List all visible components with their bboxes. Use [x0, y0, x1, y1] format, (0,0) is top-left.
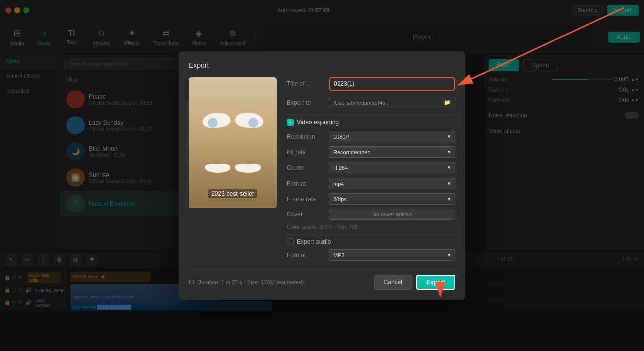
- frame-rate-label: Frame rate: [287, 196, 325, 203]
- export-path-text: /Users/bytedance/Mo...: [333, 100, 390, 106]
- format-value: mp4: [333, 181, 344, 187]
- title-label: Title of ...: [287, 80, 325, 87]
- title-row: Title of ...: [287, 77, 455, 91]
- format-label: Format: [287, 180, 325, 187]
- chevron-down-icon: ▾: [448, 180, 451, 187]
- codec-value: H.264: [333, 165, 348, 171]
- video-exporting-label: Video exporting: [297, 119, 339, 126]
- audio-format-row: Format MP3 ▾: [287, 249, 455, 261]
- resolution-label: Resolution: [287, 133, 325, 140]
- footer-info: 🎞 Duration: 1 m 27 s | Size: 176M (estim…: [189, 279, 304, 285]
- export-dialog: Export: [179, 51, 465, 300]
- format-select[interactable]: mp4 ▾: [329, 178, 455, 189]
- film-icon: 🎞: [189, 279, 194, 285]
- bitrate-value: Recommended: [333, 149, 371, 155]
- cover-row: Cover No cover added: [287, 209, 455, 220]
- audio-format-select[interactable]: MP3 ▾: [329, 249, 455, 261]
- duration-info: Duration: 1 m 27 s | Size: 176M (estimat…: [197, 279, 304, 285]
- resolution-select[interactable]: 1080P ▾: [329, 131, 455, 142]
- cover-label: Cover: [287, 211, 325, 218]
- codec-row: Codec H.264 ▾: [287, 162, 455, 173]
- bitrate-row: Bit rate Recommended ▾: [287, 146, 455, 158]
- bitrate-label: Bit rate: [287, 149, 325, 156]
- export-to-label: Export to: [287, 99, 325, 106]
- cancel-button[interactable]: Cancel: [374, 275, 412, 290]
- codec-label: Codec: [287, 164, 325, 171]
- color-space: Color space: SDR – Rec.709: [287, 224, 455, 230]
- bitrate-select[interactable]: Recommended ▾: [329, 146, 455, 158]
- chevron-down-icon: ▾: [448, 164, 451, 171]
- chevron-down-icon: ▾: [448, 133, 451, 140]
- audio-format-value: MP3: [333, 252, 345, 258]
- form-divider-1: [287, 114, 455, 115]
- export-audio-row: Export audio: [287, 238, 455, 245]
- preview-image: 2023 best seller: [189, 77, 277, 208]
- format-row: Format mp4 ▾: [287, 178, 455, 189]
- footer-buttons: Cancel Export: [374, 275, 455, 290]
- export-path[interactable]: /Users/bytedance/Mo... 📁: [329, 97, 455, 108]
- preview-caption: 2023 best seller: [208, 189, 257, 198]
- export-dialog-overlay: Export: [0, 0, 644, 351]
- frame-rate-row: Frame rate 30fps ▾: [287, 193, 455, 205]
- chevron-down-icon: ▾: [448, 196, 451, 202]
- preview-area: 2023 best seller: [189, 77, 277, 261]
- codec-select[interactable]: H.264 ▾: [329, 162, 455, 173]
- resolution-row: Resolution 1080P ▾: [287, 131, 455, 142]
- frame-rate-value: 30fps: [333, 196, 347, 202]
- video-exporting-row: ✓ Video exporting: [287, 119, 455, 126]
- title-input[interactable]: [329, 77, 455, 91]
- dialog-body: 2023 best seller Title of ... Export to …: [189, 77, 455, 261]
- dialog-title: Export: [189, 61, 455, 69]
- audio-format-label: Format: [287, 252, 325, 259]
- export-button[interactable]: Export: [416, 275, 455, 290]
- frame-rate-select[interactable]: 30fps ▾: [329, 193, 455, 205]
- cover-button[interactable]: No cover added: [329, 209, 455, 220]
- export-audio-label: Export audio: [297, 238, 331, 245]
- export-to-row: Export to /Users/bytedance/Mo... 📁: [287, 97, 455, 108]
- resolution-value: 1080P: [333, 134, 349, 140]
- chevron-down-icon: ▾: [448, 149, 451, 155]
- dialog-footer: 🎞 Duration: 1 m 27 s | Size: 176M (estim…: [189, 269, 455, 290]
- video-exporting-checkbox[interactable]: ✓: [287, 119, 294, 126]
- form-divider-2: [287, 234, 455, 234]
- folder-icon: 📁: [444, 99, 451, 106]
- form-area: Title of ... Export to /Users/bytedance/…: [287, 77, 455, 261]
- export-audio-checkbox[interactable]: [287, 238, 294, 245]
- chevron-down-icon: ▾: [448, 252, 451, 258]
